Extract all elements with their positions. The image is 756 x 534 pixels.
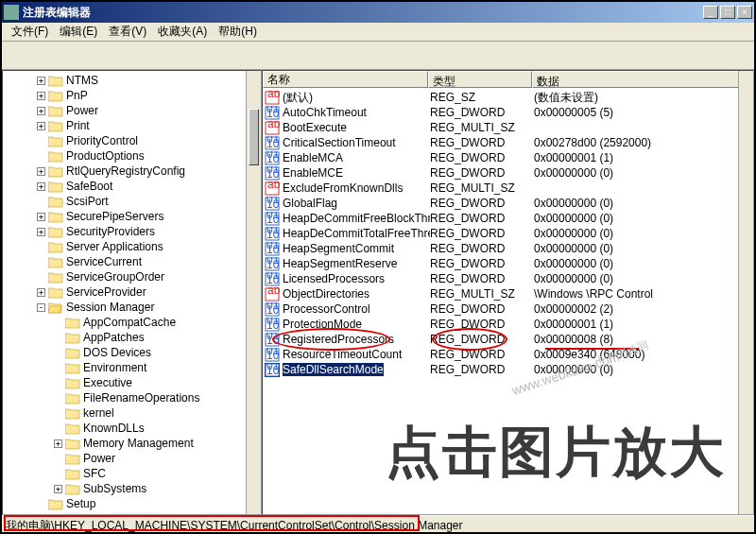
table-row[interactable]: 011101LicensedProcessorsREG_DWORD0x00000…: [263, 271, 753, 286]
tree-node[interactable]: KnownDLLs: [3, 421, 261, 436]
table-row[interactable]: 011101ResourceTimeoutCountREG_DWORD0x000…: [263, 347, 753, 362]
tree-node[interactable]: AppCompatCache: [3, 315, 261, 330]
expand-icon[interactable]: +: [37, 77, 45, 85]
value-type: REG_DWORD: [430, 318, 534, 331]
menu-item-2[interactable]: 查看(V): [103, 22, 152, 42]
tree-node[interactable]: Power: [3, 451, 261, 466]
tree-node[interactable]: +SafeBoot: [3, 179, 261, 194]
window-title: 注册表编辑器: [23, 5, 703, 21]
tree-node[interactable]: Setup: [3, 496, 261, 511]
tree-node[interactable]: Environment: [3, 360, 261, 375]
table-row[interactable]: 011101GlobalFlagREG_DWORD0x00000000 (0): [263, 196, 753, 211]
tree-node[interactable]: +RtlQueryRegistryConfig: [3, 164, 261, 179]
table-row[interactable]: 011101EnableMCEREG_DWORD0x00000000 (0): [263, 165, 753, 181]
tree-node[interactable]: kernel: [3, 405, 261, 421]
tree-spacer: [37, 500, 45, 508]
menu-item-1[interactable]: 编辑(E): [54, 22, 103, 42]
expand-icon[interactable]: +: [37, 213, 45, 221]
value-data: 0x00000000 (0): [534, 212, 753, 225]
tree-node[interactable]: SFC: [3, 466, 261, 481]
tree-node[interactable]: ServiceCurrent: [3, 254, 261, 269]
string-value-icon: ab: [265, 91, 280, 105]
tree-scrollbar[interactable]: [246, 71, 261, 514]
maximize-button[interactable]: □: [720, 6, 735, 19]
tree-node[interactable]: PriorityControl: [3, 133, 261, 148]
tree-node[interactable]: ScsiPort: [3, 194, 261, 209]
table-row[interactable]: 011101AutoChkTimeoutREG_DWORD0x00000005 …: [263, 105, 753, 120]
tree-node[interactable]: Executive: [3, 375, 261, 390]
tree-label: kernel: [83, 406, 114, 420]
table-row[interactable]: 011101RegisteredProcessorsREG_DWORD0x000…: [263, 332, 753, 347]
minimize-button[interactable]: _: [703, 6, 718, 19]
tree-label: NTMS: [66, 74, 98, 87]
tree-node[interactable]: Server Applications: [3, 239, 261, 254]
table-row[interactable]: abBootExecuteREG_MULTI_SZ: [263, 120, 753, 135]
menu-item-4[interactable]: 帮助(H): [213, 22, 263, 42]
table-row[interactable]: 011101ProtectionModeREG_DWORD0x00000001 …: [263, 317, 753, 332]
tree-spacer: [37, 273, 45, 282]
tree-node[interactable]: ProductOptions: [3, 148, 261, 164]
tree-node[interactable]: ServiceGroupOrder: [3, 269, 261, 284]
value-type: REG_DWORD: [430, 151, 534, 164]
value-name: HeapDeCommitTotalFreeThreshold: [283, 227, 430, 240]
value-type: REG_DWORD: [430, 227, 534, 240]
tree-label: SecurityProviders: [66, 225, 155, 238]
expand-icon[interactable]: +: [37, 122, 45, 130]
tree-node[interactable]: FileRenameOperations: [3, 390, 261, 405]
expand-icon[interactable]: +: [54, 485, 62, 493]
collapse-icon[interactable]: -: [37, 303, 45, 312]
col-type[interactable]: 类型: [428, 71, 532, 88]
close-button[interactable]: ×: [737, 6, 752, 19]
folder-icon: [48, 211, 63, 223]
expand-icon[interactable]: +: [37, 228, 45, 236]
table-row[interactable]: abExcludeFromKnownDllsREG_MULTI_SZ: [263, 181, 753, 196]
table-row[interactable]: ab(默认)REG_SZ(数值未设置): [263, 90, 753, 105]
tree-node[interactable]: AppPatches: [3, 330, 261, 345]
tree-node[interactable]: +Print: [3, 118, 261, 133]
tree-spacer: [54, 379, 62, 388]
table-row[interactable]: 011101SafeDllSearchModeREG_DWORD0x000000…: [263, 362, 753, 377]
tree-spacer: [37, 258, 45, 267]
menu-item-0[interactable]: 文件(F): [6, 22, 54, 42]
tree-node[interactable]: -Session Manager: [3, 300, 261, 315]
value-name: EnableMCA: [283, 151, 343, 164]
table-row[interactable]: 011101CriticalSectionTimeoutREG_DWORD0x0…: [263, 135, 753, 150]
dword-value-icon: 011101: [265, 363, 280, 377]
list-panel[interactable]: 名称 类型 数据 ab(默认)REG_SZ(数值未设置)011101AutoCh…: [262, 70, 754, 515]
menu-item-3[interactable]: 收藏夹(A): [152, 22, 213, 42]
table-row[interactable]: 011101HeapDeCommitTotalFreeThresholdREG_…: [263, 226, 753, 241]
col-data[interactable]: 数据: [532, 71, 753, 88]
tree-node[interactable]: +PnP: [3, 88, 261, 103]
col-name[interactable]: 名称: [263, 71, 428, 88]
expand-icon[interactable]: +: [37, 182, 45, 191]
tree-node[interactable]: +Memory Management: [3, 436, 261, 451]
expand-icon[interactable]: +: [37, 107, 45, 115]
expand-icon[interactable]: +: [37, 515, 45, 516]
table-row[interactable]: 011101EnableMCAREG_DWORD0x00000001 (1): [263, 150, 753, 165]
expand-icon[interactable]: +: [37, 288, 45, 297]
tree-node[interactable]: +SecurityProviders: [3, 224, 261, 239]
expand-icon[interactable]: +: [37, 92, 45, 100]
table-row[interactable]: 011101HeapSegmentReserveREG_DWORD0x00000…: [263, 256, 753, 271]
table-row[interactable]: abObjectDirectoriesREG_MULTI_SZ\Windows …: [263, 286, 753, 301]
list-scrollbar[interactable]: [738, 71, 753, 514]
tree-node[interactable]: +StillImage: [3, 511, 261, 515]
svg-text:101: 101: [266, 167, 280, 181]
tree-node[interactable]: DOS Devices: [3, 345, 261, 360]
expand-icon[interactable]: +: [37, 167, 45, 176]
tree-panel[interactable]: +NTMS+PnP+Power+PrintPriorityControlProd…: [2, 70, 262, 515]
table-row[interactable]: 011101ProcessorControlREG_DWORD0x0000000…: [263, 301, 753, 317]
tree-node[interactable]: +NTMS: [3, 73, 261, 88]
table-row[interactable]: 011101HeapSegmentCommitREG_DWORD0x000000…: [263, 241, 753, 256]
toolbar: [2, 42, 754, 70]
scroll-thumb[interactable]: [249, 109, 259, 165]
table-row[interactable]: 011101HeapDeCommitFreeBlockThresholdREG_…: [263, 211, 753, 226]
value-name: ExcludeFromKnownDlls: [283, 181, 403, 195]
tree-node[interactable]: +SubSystems: [3, 481, 261, 496]
tree-node[interactable]: +Power: [3, 103, 261, 118]
tree-label: Setup: [66, 497, 95, 510]
tree-node[interactable]: +ServiceProvider: [3, 284, 261, 300]
folder-icon: [65, 422, 80, 435]
tree-node[interactable]: +SecurePipeServers: [3, 209, 261, 224]
expand-icon[interactable]: +: [54, 439, 62, 448]
